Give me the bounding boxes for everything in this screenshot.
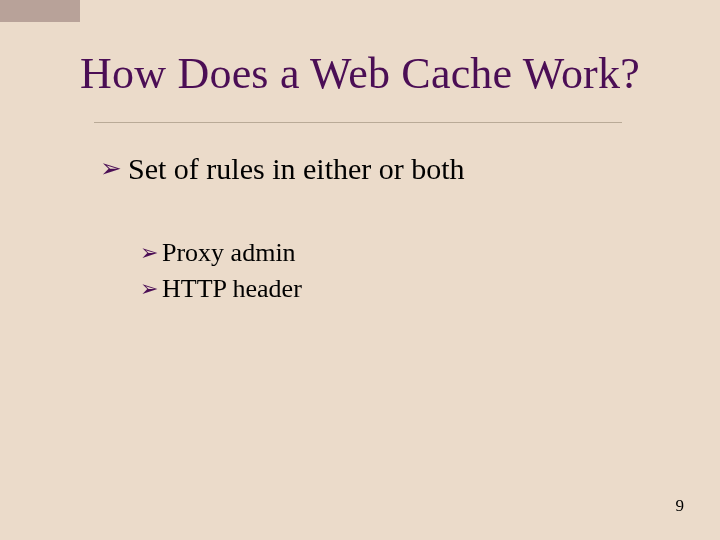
chevron-right-icon: ➢ bbox=[140, 274, 158, 304]
bullet-text: HTTP header bbox=[162, 274, 302, 304]
chevron-right-icon: ➢ bbox=[100, 152, 122, 186]
slide-title: How Does a Web Cache Work? bbox=[0, 48, 720, 99]
corner-decoration bbox=[0, 0, 80, 22]
bullet-text: Set of rules in either or both bbox=[128, 152, 465, 186]
bullet-level2: ➢ HTTP header bbox=[140, 274, 302, 304]
title-divider bbox=[94, 122, 622, 123]
page-number: 9 bbox=[676, 496, 685, 516]
chevron-right-icon: ➢ bbox=[140, 238, 158, 268]
bullet-level2: ➢ Proxy admin bbox=[140, 238, 296, 268]
slide: How Does a Web Cache Work? ➢ Set of rule… bbox=[0, 0, 720, 540]
bullet-text: Proxy admin bbox=[162, 238, 296, 268]
bullet-level1: ➢ Set of rules in either or both bbox=[100, 152, 465, 186]
